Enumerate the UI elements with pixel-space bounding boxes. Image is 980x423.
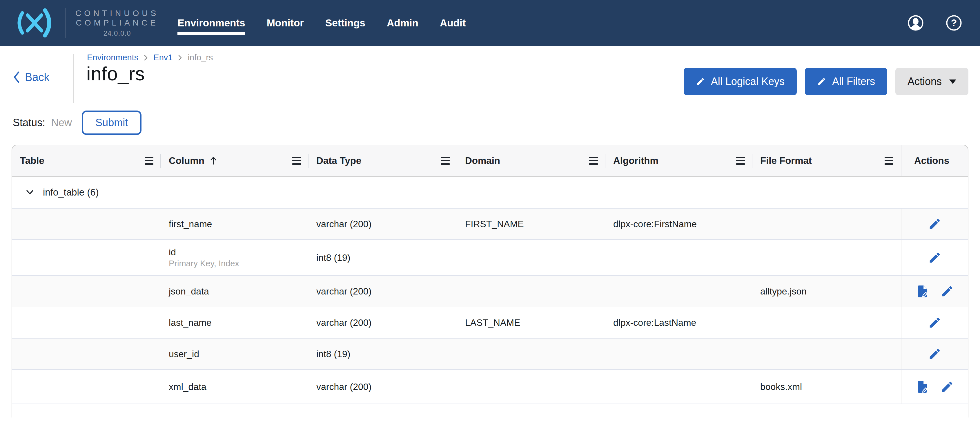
cell-actions [901,276,968,306]
cell-data-type: varchar (200) [309,219,457,230]
chevron-down-icon[interactable] [25,189,34,196]
delphix-logo-icon[interactable] [13,7,56,39]
pencil-icon [940,285,954,298]
column-menu-icon[interactable] [736,156,745,165]
edit-button[interactable] [940,380,955,394]
column-name: id [169,247,309,258]
actions-label: Actions [907,75,942,88]
column-header-actions: Actions [901,145,968,176]
cell-domain: LAST_NAME [457,318,605,328]
tab-audit[interactable]: Audit [440,17,466,29]
back-button[interactable]: Back [13,71,49,83]
top-nav: CONTINUOUS COMPLIANCE 24.0.0.0 Environme… [0,0,980,46]
column-header-table[interactable]: Table [12,145,161,176]
column-header-file-format[interactable]: File Format [752,145,901,176]
brand-line-1: CONTINUOUS [75,8,159,18]
edit-button[interactable] [928,251,942,265]
breadcrumb-separator-icon [178,54,182,61]
column-header-domain[interactable]: Domain [457,145,605,176]
column-header-label: Domain [465,155,500,166]
column-header-column[interactable]: Column [161,145,309,176]
sort-ascending-icon [209,156,218,166]
cell-column: id Primary Key, Index [161,247,309,268]
all-filters-label: All Filters [832,75,875,88]
brand-name: CONTINUOUS COMPLIANCE 24.0.0.0 [75,8,159,37]
brand-version: 24.0.0.0 [103,29,131,37]
cell-data-type: varchar (200) [309,286,457,297]
table-header-row: Table Column Data Type Domain Algorithm [12,145,968,177]
cell-column: user_id [161,349,309,359]
pencil-icon [940,380,954,393]
help-icon[interactable]: ? [946,15,962,31]
submit-button[interactable]: Submit [82,110,142,135]
page-title: info_rs [86,63,145,85]
pencil-icon [928,217,942,231]
group-name: info_table (6) [43,187,99,198]
tab-environments[interactable]: Environments [177,17,245,29]
status-value: New [51,117,72,129]
column-menu-icon[interactable] [589,156,598,165]
nav-tabs: Environments Monitor Settings Admin Audi… [177,17,466,29]
pencil-icon [696,77,705,86]
svg-text:?: ? [951,17,957,28]
breadcrumb-separator-icon [143,54,148,61]
column-header-label: File Format [760,155,812,166]
column-header-label: Actions [914,155,949,166]
file-format-edit-button[interactable] [915,284,929,298]
pencil-icon [817,77,826,86]
cell-actions [901,370,968,404]
cell-algorithm: dlpx-core:LastName [605,318,752,328]
cell-actions [901,338,968,369]
all-filters-button[interactable]: All Filters [805,68,887,95]
column-note: Primary Key, Index [169,259,309,268]
column-menu-icon[interactable] [145,156,153,165]
breadcrumb-link-env1[interactable]: Env1 [153,53,172,62]
edit-button[interactable] [928,347,942,361]
all-logical-keys-button[interactable]: All Logical Keys [684,68,797,95]
cell-data-type: int8 (19) [309,349,457,359]
column-menu-icon[interactable] [292,156,301,165]
cell-domain: FIRST_NAME [457,219,605,230]
column-header-algorithm[interactable]: Algorithm [605,145,752,176]
cell-algorithm: dlpx-core:FirstName [605,219,752,230]
table-row: id Primary Key, Index int8 (19) [12,240,968,276]
status-row: Status: New Submit [0,108,980,137]
caret-down-icon [949,80,956,84]
edit-button[interactable] [940,284,955,298]
all-logical-keys-label: All Logical Keys [711,75,784,88]
header-divider [73,54,74,103]
cell-actions [901,209,968,239]
column-header-label: Table [20,155,45,166]
column-menu-icon[interactable] [885,156,893,165]
edit-button[interactable] [928,217,942,231]
file-edit-icon [916,380,929,393]
brand-line-2: COMPLIANCE [76,18,159,27]
tab-settings[interactable]: Settings [325,17,365,29]
table-row: xml_data varchar (200) books.xml [12,370,968,404]
cell-file-format: books.xml [752,381,901,392]
page-header: Back Environments Env1 info_rs info_rs A… [0,46,980,108]
user-account-icon[interactable] [907,15,924,31]
table-row: user_id int8 (19) [12,338,968,370]
pencil-icon [928,347,942,361]
column-header-label: Column [169,155,204,166]
file-format-edit-button[interactable] [915,380,929,394]
pencil-icon [928,316,942,329]
brand-divider [65,8,65,38]
column-menu-icon[interactable] [441,156,450,165]
breadcrumb: Environments Env1 info_rs [87,53,213,62]
cell-actions [901,240,968,275]
table-empty-area [12,404,968,418]
table-row: first_name varchar (200) FIRST_NAME dlpx… [12,209,968,240]
column-header-label: Data Type [316,155,361,166]
edit-button[interactable] [928,315,942,330]
column-header-data-type[interactable]: Data Type [309,145,457,176]
column-header-label: Algorithm [613,155,659,166]
actions-menu-button[interactable]: Actions [895,68,969,95]
back-label: Back [25,71,49,83]
breadcrumb-link-environments[interactable]: Environments [87,53,138,62]
tab-monitor[interactable]: Monitor [267,17,304,29]
table-group-row[interactable]: info_table (6) [12,177,968,209]
cell-data-type: varchar (200) [309,318,457,328]
tab-admin[interactable]: Admin [387,17,418,29]
